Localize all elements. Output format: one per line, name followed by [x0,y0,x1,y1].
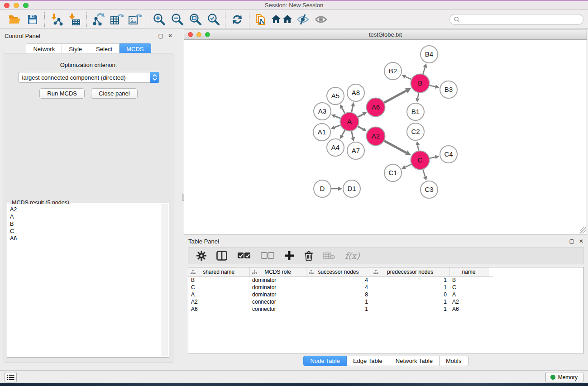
close-table-panel-icon[interactable]: ✕ [579,238,583,244]
resize-grip-icon[interactable] [580,227,586,234]
export-image-icon[interactable] [126,12,144,27]
tab-node-table[interactable]: Node Table [303,356,347,366]
open-file-icon[interactable] [5,12,24,27]
column-header[interactable]: name [449,267,488,276]
table-cell[interactable]: B [188,276,249,284]
table-cell[interactable]: 1 [371,276,449,284]
table-cell[interactable]: connector [249,298,306,305]
delete-icon[interactable] [304,251,313,261]
column-view-icon[interactable] [216,251,227,261]
tab-motifs[interactable]: Motifs [440,356,468,366]
graph-edge[interactable] [423,170,425,177]
graph-edge[interactable] [358,114,363,117]
export-table-icon[interactable] [108,12,126,27]
column-header[interactable]: predecessor nodes [371,267,449,276]
table-cell[interactable]: A2 [188,298,249,305]
search-input[interactable] [460,16,583,23]
table-cell[interactable]: C [188,284,249,291]
table-cell[interactable]: 4 [306,276,371,284]
zoom-in-icon[interactable] [150,12,168,27]
column-header[interactable]: shared name [188,267,249,276]
table-cell[interactable]: A6 [188,305,249,313]
zoom-out-icon[interactable] [168,12,186,27]
table-cell[interactable]: 4 [306,284,371,291]
graph-edge[interactable] [418,145,419,151]
column-header[interactable]: successor nodes [306,267,371,276]
tab-network-table[interactable]: Network Table [389,356,440,366]
graph-edge[interactable] [352,131,353,138]
close-panel-icon[interactable]: ✕ [168,33,172,38]
graph-edge[interactable] [342,108,344,113]
criterion-dropdown[interactable]: largest connected component (directed) [18,72,159,83]
search-box[interactable] [449,14,583,25]
graph-edge[interactable] [384,91,406,102]
table-cell[interactable]: 1 [371,298,449,305]
column-header[interactable]: MCDS role [249,267,306,276]
graph-edge[interactable] [418,93,419,98]
select-all-icon[interactable] [237,252,251,259]
show-eye-icon[interactable] [312,12,330,27]
table-row[interactable]: A6connector11A6 [188,305,493,313]
run-mcds-button[interactable]: Run MCDS [39,88,85,99]
add-column-icon[interactable] [284,251,294,261]
table-cell[interactable]: A2 [449,298,488,305]
table-row[interactable]: Bdominator41B [188,276,493,284]
home-icon[interactable] [270,12,294,27]
result-list-item[interactable]: C [10,228,162,235]
result-list-item[interactable]: B [10,220,162,228]
graph-edge[interactable] [335,116,340,119]
table-cell[interactable]: connector [249,305,306,313]
table-cell[interactable]: 1 [306,305,371,313]
clone-network-icon[interactable] [252,12,270,27]
graph-edge[interactable] [405,164,411,167]
graph-edge[interactable] [405,76,411,79]
table-cell[interactable]: dominator [249,284,306,291]
float-panel-icon[interactable]: ▢ [158,33,163,38]
table-row[interactable]: Cdominator41C [188,284,493,291]
mcds-result-list[interactable]: A2ABCA6 [8,204,162,356]
table-cell[interactable]: dominator [249,291,306,298]
zoom-selected-icon[interactable] [204,12,222,27]
deselect-all-icon[interactable] [261,252,274,259]
table-cell[interactable]: 0 [371,291,449,298]
graph-edge[interactable] [358,126,363,129]
graph-edge[interactable] [430,157,435,158]
table-cell[interactable]: B [449,276,488,284]
graph-edge[interactable] [342,130,344,136]
graph-edge[interactable] [335,125,340,128]
table-cell[interactable]: A [188,291,249,298]
table-row[interactable]: A2connector11A2 [188,298,493,305]
import-network-icon[interactable] [48,12,66,27]
float-table-panel-icon[interactable]: ▢ [569,238,574,244]
table-cell[interactable]: A [449,291,488,298]
network-graph[interactable]: B4B2BB3A8A5A6B1A3AC2A1A2A4A7C4CC1C3DD1 [184,40,587,234]
table-cell[interactable]: 1 [371,284,449,291]
table-cell[interactable]: A6 [449,305,488,313]
graph-edge[interactable] [352,106,353,112]
result-list-item[interactable]: A2 [10,206,162,213]
refresh-icon[interactable] [228,12,246,27]
node-table[interactable]: shared nameMCDS rolesuccessor nodesprede… [188,267,584,353]
table-row[interactable]: Adominator80A [188,291,493,298]
graph-edge[interactable] [423,67,425,74]
gear-icon[interactable] [196,251,206,261]
result-list-item[interactable]: A6 [10,235,162,242]
table-cell[interactable]: C [449,284,488,291]
tab-edge-table[interactable]: Edge Table [347,356,389,366]
graph-edge[interactable] [430,86,435,87]
network-canvas[interactable]: B4B2BB3A8A5A6B1A3AC2A1A2A4A7C4CC1C3DD1 [184,40,587,234]
hide-eye-icon[interactable] [294,12,312,27]
export-network-icon[interactable] [90,12,108,27]
memory-button[interactable]: Memory [545,372,583,382]
zoom-fit-icon[interactable] [186,12,204,27]
import-table-icon[interactable] [66,12,84,27]
graph-edge[interactable] [384,141,406,152]
task-history-icon[interactable] [5,372,17,382]
save-session-icon[interactable] [24,12,42,27]
table-cell[interactable]: dominator [249,276,306,284]
table-cell[interactable]: 1 [306,298,371,305]
close-panel-button[interactable]: Close panel [91,88,138,99]
result-scrollbar[interactable] [162,204,168,356]
table-cell[interactable]: 1 [371,305,449,313]
table-cell[interactable]: 8 [306,291,371,298]
